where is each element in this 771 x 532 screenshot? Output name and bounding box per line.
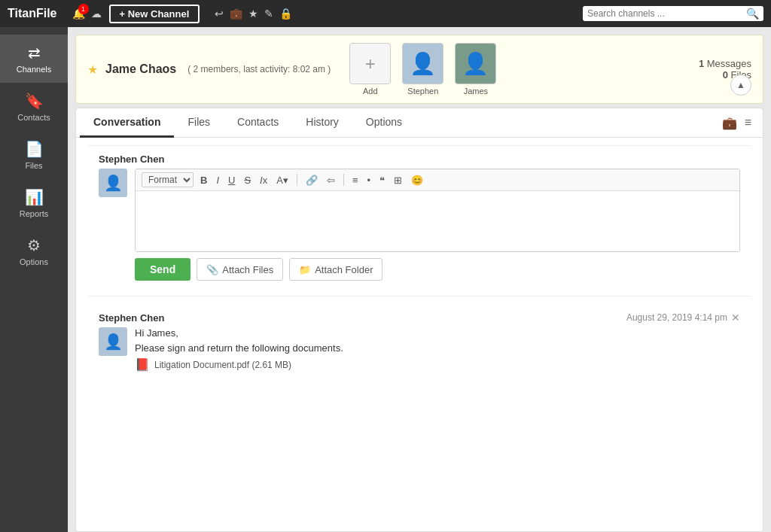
options-icon: ⚙ — [27, 236, 41, 254]
sidebar-item-label: Files — [25, 161, 42, 170]
send-button[interactable]: Send — [135, 258, 190, 281]
sidebar-item-contacts[interactable]: 🔖 Contacts — [0, 83, 68, 131]
stephen-avatar: 👤 — [402, 43, 443, 84]
attach-files-button[interactable]: 📎 Attach Files — [197, 258, 283, 281]
sidebar-item-channels[interactable]: ⇄ Channels — [0, 35, 68, 83]
attach-files-icon: 📎 — [206, 264, 218, 275]
tab-history[interactable]: History — [292, 108, 352, 138]
compose-editor: Format B I U S Ix A▾ 🔗 ⇦ — [135, 169, 740, 252]
channel-star-icon[interactable]: ★ — [87, 62, 98, 77]
search-icon: 🔍 — [746, 8, 759, 20]
reply-icon[interactable]: ↩ — [215, 8, 224, 20]
strikethrough-button[interactable]: S — [242, 174, 253, 187]
attach-folder-button[interactable]: 📁 Attach Folder — [289, 258, 382, 281]
new-channel-button[interactable]: + New Channel — [109, 5, 200, 23]
font-color-button[interactable]: A▾ — [274, 174, 291, 187]
tabs-menu-icon[interactable]: ≡ — [745, 116, 751, 129]
compose-section: Stephen Chen 👤 Format B I U S — [87, 145, 751, 288]
tabs-header: Conversation Files Contacts History Opti… — [76, 108, 763, 138]
message-timestamp: August 29, 2019 4:14 pm — [626, 312, 727, 323]
message-attachment[interactable]: 📕 Litigation Document.pdf (2.61 MB) — [135, 357, 740, 372]
files-count: 0 — [723, 69, 728, 81]
topbar-icons: 🔔 1 ☁ — [72, 8, 102, 20]
emoji-button[interactable]: 😊 — [409, 174, 425, 187]
member-stephen: 👤 Stephen — [402, 43, 443, 96]
channel-members: + Add 👤 Stephen 👤 James — [349, 43, 496, 96]
attachment-name: Litigation Document.pdf (2.61 MB) — [154, 360, 291, 370]
italic-button[interactable]: I — [214, 174, 221, 187]
james-avatar: 👤 — [455, 43, 496, 84]
james-label: James — [464, 87, 488, 96]
tab-options[interactable]: Options — [352, 108, 416, 138]
sidebar-item-reports[interactable]: 📊 Reports — [0, 179, 68, 227]
format-select[interactable]: Format — [142, 172, 194, 187]
sidebar: ⇄ Channels 🔖 Contacts 📄 Files 📊 Reports … — [0, 27, 68, 532]
notification-badge: 1 — [78, 4, 89, 14]
member-james: 👤 James — [455, 43, 496, 96]
compose-body[interactable] — [136, 191, 739, 251]
underline-button[interactable]: U — [226, 174, 237, 187]
message-sender: Stephen Chen — [99, 312, 164, 324]
message-history: Stephen Chen August 29, 2019 4:14 pm ✕ 👤… — [87, 296, 751, 379]
content-area: ★ Jame Chaos ( 2 members, last activity:… — [68, 27, 771, 532]
files-icon: 📄 — [25, 140, 44, 158]
compose-avatar: 👤 — [99, 169, 127, 197]
attach-folder-icon: 📁 — [299, 264, 311, 275]
message-text-2: Please sign and return the following doc… — [135, 342, 740, 354]
search-input[interactable] — [587, 8, 746, 19]
message-content: Hi James, Please sign and return the fol… — [135, 327, 740, 372]
compose-toolbar: Format B I U S Ix A▾ 🔗 ⇦ — [136, 169, 739, 191]
sidebar-item-options[interactable]: ⚙ Options — [0, 227, 68, 275]
sidebar-item-label: Reports — [20, 209, 49, 218]
sidebar-item-label: Contacts — [17, 113, 50, 122]
toolbar-divider-2 — [343, 174, 344, 186]
unordered-list-button[interactable]: • — [364, 174, 373, 187]
cloud-icon[interactable]: ☁ — [91, 8, 102, 20]
tab-contacts[interactable]: Contacts — [224, 108, 292, 138]
lock-icon[interactable]: 🔒 — [279, 8, 292, 20]
compose-row: 👤 Format B I U S Ix A▾ — [99, 169, 740, 252]
channel-header: ★ Jame Chaos ( 2 members, last activity:… — [75, 35, 763, 104]
logo-text: TitanFile — [8, 7, 57, 20]
message-item: Stephen Chen August 29, 2019 4:14 pm ✕ 👤… — [87, 304, 751, 379]
compose-actions: Send 📎 Attach Files 📁 Attach Folder — [135, 258, 740, 281]
member-add[interactable]: + Add — [349, 43, 391, 96]
message-avatar: 👤 — [99, 327, 127, 356]
edit-icon[interactable]: ✎ — [264, 8, 273, 20]
toolbar-divider-1 — [297, 174, 297, 186]
sidebar-item-label: Channels — [17, 65, 51, 74]
logo: TitanFile — [8, 7, 57, 20]
tabs-actions: 💼 ≡ — [722, 116, 759, 130]
message-text-1: Hi James, — [135, 327, 740, 339]
message-time: August 29, 2019 4:14 pm ✕ — [626, 312, 740, 324]
table-button[interactable]: ⊞ — [392, 174, 404, 187]
add-avatar: + — [349, 43, 391, 84]
tabs-briefcase-icon[interactable]: 💼 — [722, 116, 737, 130]
briefcase-icon[interactable]: 💼 — [230, 8, 242, 20]
message-body-row: 👤 Hi James, Please sign and return the f… — [99, 327, 740, 372]
contacts-icon: 🔖 — [25, 92, 44, 110]
channel-meta: ( 2 members, last activity: 8:02 am ) — [187, 64, 331, 74]
search-box: 🔍 — [583, 6, 763, 21]
star-icon[interactable]: ★ — [248, 8, 258, 20]
channel-name: Jame Chaos — [105, 62, 176, 76]
message-close-button[interactable]: ✕ — [731, 312, 740, 324]
blockquote-button[interactable]: ❝ — [377, 174, 387, 187]
tab-conversation[interactable]: Conversation — [80, 108, 174, 138]
topbar-action-icons: ↩ 💼 ★ ✎ 🔒 — [215, 8, 292, 20]
bold-button[interactable]: B — [198, 174, 209, 187]
tabs-container: Conversation Files Contacts History Opti… — [75, 108, 763, 532]
clear-format-button[interactable]: Ix — [258, 174, 270, 187]
tab-files[interactable]: Files — [174, 108, 224, 138]
compose-user-name: Stephen Chen — [99, 154, 740, 165]
link-button[interactable]: 🔗 — [303, 174, 320, 187]
collapse-button[interactable]: ▲ — [730, 74, 751, 96]
stephen-label: Stephen — [407, 87, 438, 96]
topbar: TitanFile 🔔 1 ☁ + New Channel ↩ 💼 ★ ✎ 🔒 … — [0, 0, 771, 27]
messages-label: Messages — [707, 58, 751, 69]
ordered-list-button[interactable]: ≡ — [350, 174, 361, 187]
unlink-button[interactable]: ⇦ — [325, 174, 337, 187]
sidebar-item-files[interactable]: 📄 Files — [0, 131, 68, 179]
notification-icon[interactable]: 🔔 1 — [72, 8, 85, 20]
add-label: Add — [363, 87, 378, 96]
